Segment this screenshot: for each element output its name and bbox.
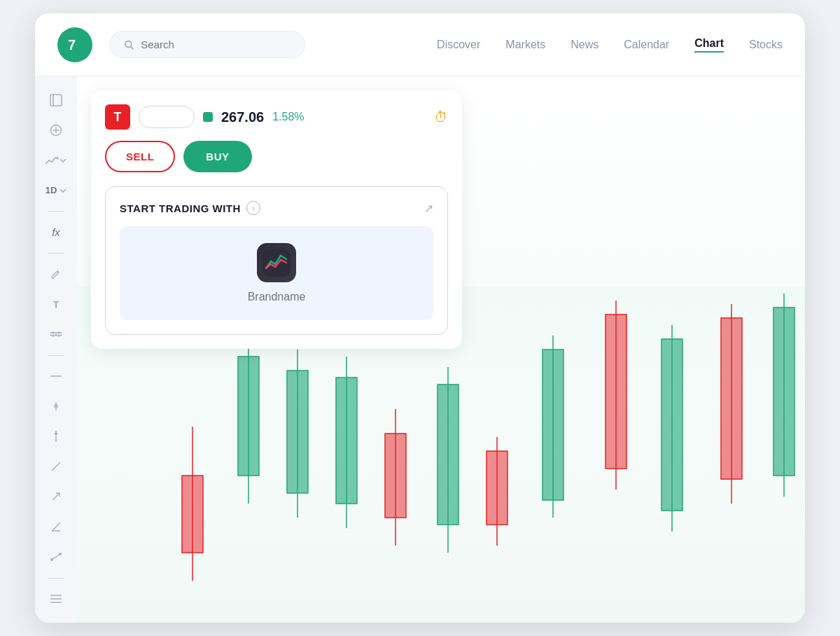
svg-rect-36 [287, 371, 308, 493]
svg-rect-44 [486, 451, 507, 525]
search-icon [124, 39, 134, 50]
measure-tool[interactable] [43, 545, 69, 569]
timeframe-label: 1D [46, 185, 57, 195]
cross-tool[interactable] [43, 394, 69, 419]
svg-rect-48 [606, 314, 626, 469]
trading-widget: START TRADING WITH i ↗ [105, 186, 448, 335]
svg-line-21 [52, 523, 60, 531]
svg-point-25 [59, 553, 62, 555]
svg-rect-34 [238, 357, 259, 476]
brand-icon [257, 243, 296, 282]
trend-angle-tool[interactable] [43, 515, 69, 539]
divider-3 [48, 578, 64, 579]
svg-line-19 [52, 462, 60, 471]
nav-item-stocks[interactable]: Stocks [749, 39, 783, 51]
chevron-down-icon [59, 158, 66, 163]
brand-card[interactable]: Brandname [120, 226, 433, 320]
svg-rect-38 [336, 378, 357, 504]
sell-button[interactable]: SELL [105, 141, 175, 172]
clock-icon: ⏱ [434, 109, 448, 125]
buy-button[interactable]: BUY [183, 141, 251, 172]
svg-line-9 [57, 271, 59, 272]
collapse-icon [50, 94, 62, 106]
layers-button[interactable] [43, 587, 69, 611]
svg-line-2 [131, 46, 133, 48]
cross-icon [50, 401, 62, 412]
divider-2 [48, 355, 64, 356]
external-link-icon[interactable]: ↗ [424, 202, 433, 215]
trend-angle-icon [50, 521, 62, 532]
text-tool[interactable]: T [43, 292, 69, 317]
svg-rect-42 [438, 385, 458, 525]
search-bar[interactable] [109, 31, 305, 58]
svg-line-23 [52, 554, 60, 560]
plus-icon [50, 124, 62, 137]
vertical-line-tool[interactable] [43, 424, 69, 449]
widget-title: START TRADING WITH [120, 202, 241, 214]
svg-rect-54 [774, 307, 794, 476]
stock-selector[interactable] [139, 106, 195, 128]
tesla-logo: T [105, 104, 130, 130]
sidebar-tools: 1D fx T [35, 76, 77, 623]
arrow-tool[interactable] [43, 485, 69, 509]
vertical-line-icon [55, 431, 57, 442]
nav-item-markets[interactable]: Markets [505, 39, 545, 51]
svg-rect-32 [182, 476, 203, 553]
pencil-tool[interactable] [43, 262, 69, 286]
ruler-tool[interactable] [43, 322, 69, 347]
chevron-down-icon-tf [59, 188, 66, 193]
diagonal-line-tool[interactable] [43, 455, 69, 479]
tesla-symbol: T [114, 110, 122, 125]
nav-item-discover[interactable]: Discover [437, 39, 480, 51]
pencil-icon [50, 268, 62, 279]
app-container: 7 Discover Markets News Calendar Chart S… [35, 13, 805, 623]
stock-price: 267.06 [221, 109, 264, 125]
svg-rect-50 [662, 339, 682, 511]
chart-area: T 267.06 1.58% ⏱ SELL BUY [77, 76, 805, 623]
search-input[interactable] [141, 39, 290, 50]
chart-panel: T 267.06 1.58% ⏱ SELL BUY [91, 90, 462, 349]
line-chart-icon [46, 155, 59, 165]
main-nav: Discover Markets News Calendar Chart Sto… [437, 37, 783, 53]
horizontal-line-icon [50, 375, 62, 378]
collapse-panel-button[interactable] [43, 88, 69, 112]
brand-name: Brandname [248, 291, 306, 303]
nav-item-news[interactable]: News [570, 39, 598, 51]
ruler-icon [50, 331, 62, 337]
svg-rect-3 [50, 95, 62, 106]
measure-icon [50, 551, 62, 562]
info-label: i [253, 204, 254, 212]
widget-info-button[interactable]: i [246, 201, 260, 215]
stock-info-row: T 267.06 1.58% ⏱ [105, 104, 448, 130]
arrow-icon [50, 491, 62, 502]
svg-line-20 [52, 493, 59, 500]
widget-header-left: START TRADING WITH i [120, 201, 260, 215]
svg-text:7: 7 [68, 37, 76, 53]
svg-rect-52 [721, 318, 742, 479]
divider-1 [48, 253, 64, 254]
indicator-label: fx [52, 226, 60, 238]
toolbar-separator [48, 211, 64, 212]
svg-point-24 [50, 558, 53, 561]
horizontal-line-tool[interactable] [43, 364, 69, 389]
layers-icon [50, 594, 62, 604]
header: 7 Discover Markets News Calendar Chart S… [35, 13, 805, 76]
svg-point-18 [55, 432, 57, 435]
widget-header: START TRADING WITH i ↗ [120, 201, 433, 215]
svg-rect-46 [542, 350, 564, 500]
add-button[interactable] [43, 118, 69, 142]
stock-change: 1.58% [272, 111, 304, 123]
timeframe-button[interactable]: 1D [43, 178, 69, 202]
brand-logo-svg [262, 249, 290, 277]
diagonal-line-icon [50, 461, 62, 472]
green-indicator [203, 112, 213, 122]
chart-type-button[interactable] [43, 148, 69, 172]
indicator-button[interactable]: fx [43, 220, 69, 244]
nav-item-chart[interactable]: Chart [694, 37, 724, 53]
svg-rect-40 [385, 434, 406, 518]
logo: 7 [57, 27, 92, 62]
main-content: 1D fx T [35, 76, 805, 623]
text-icon: T [52, 298, 59, 310]
nav-item-calendar[interactable]: Calendar [624, 39, 669, 51]
trade-buttons: SELL BUY [105, 141, 448, 172]
